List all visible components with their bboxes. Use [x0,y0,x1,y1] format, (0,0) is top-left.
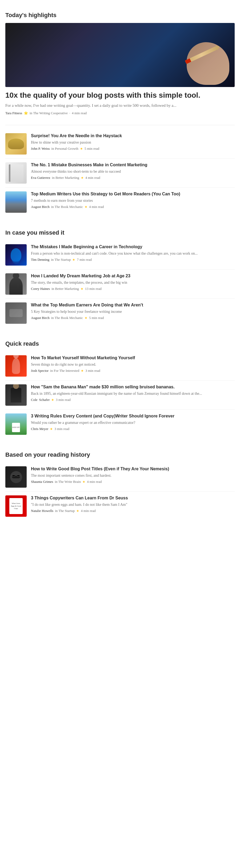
article-meta: Chris Meyer ★ 3 min read [31,427,235,431]
section-gap-3 [0,438,240,445]
list-item[interactable]: Top Medium Writers Use this Strategy to … [5,188,235,216]
article-subtitle: Back in 1895, an eighteen-year-old Russi… [31,391,235,396]
article-publication: in Better Marketing [52,287,79,291]
list-item[interactable]: What Grew Eggs & Good Copy 3 Things Copy… [5,492,235,521]
history-article-list: How to Write Good Blog Post Titles (Even… [0,463,240,521]
article-author: August Birch [31,205,49,209]
article-meta: Tim Denning in The Startup ★ 7 min read [31,257,235,262]
article-read-time: 13 min read [85,287,102,291]
section-header-missed: In case you missed it [0,223,240,241]
article-meta: Shaunta Grimes in The Write Brain ★ 4 mi… [31,479,235,484]
article-read-time: 7 min read [77,257,92,262]
article-star: ★ [72,258,75,262]
article-read-time: 4 min read [89,205,104,209]
article-meta: Natalie Howells in The Startup ★ 4 min r… [31,509,235,513]
article-read-time: 3 min read [55,427,69,431]
article-content: 3 Things Copywriters Can Learn From Dr S… [31,495,235,513]
list-item[interactable]: How I Landed My Dream Marketing Job at A… [5,270,235,299]
list-item[interactable]: The No. 1 Mistake Businesses Make in Con… [5,159,235,188]
article-subtitle: From a person who is non-technical and c… [31,251,235,256]
article-star: ★ [84,316,88,320]
list-item[interactable]: How To Market Yourself Without Marketing… [5,351,235,381]
article-content: Surprise! You Are the Needle in the Hays… [31,133,235,151]
article-star: ★ [76,509,79,513]
hero-image [5,23,235,87]
divider-1 [5,125,235,125]
page-wrapper: Today's highlights 10x the quality of yo… [0,0,240,532]
article-publication: in The Write Brain [55,479,81,484]
article-subtitle: How to shine with your creative passion [31,140,235,145]
article-star: ★ [81,369,84,373]
article-thumbnail [5,384,27,406]
article-content: What the Top Medium Earners Are Doing th… [31,302,235,320]
list-item[interactable]: How "Sam the Banana Man" made $30 millio… [5,381,235,410]
list-item[interactable]: KEEP OFF 3 Writing Rules Every Content (… [5,410,235,438]
article-subtitle: Almost everyone thinks too short-term to… [31,169,235,174]
article-title: The Mistakes I Made Beginning a Career i… [31,244,235,250]
article-subtitle: Seven things to do right now to get noti… [31,362,235,367]
suit-decoration [11,388,21,403]
article-title: How I Landed My Dream Marketing Job at A… [31,273,235,279]
article-subtitle: 5 Key Strategies to help boost your free… [31,309,235,314]
article-thumbnail [5,273,27,295]
hero-article[interactable]: 10x the quality of your blog posts with … [0,23,240,121]
missed-article-list: The Mistakes I Made Beginning a Career i… [0,241,240,328]
article-author: Tim Denning [31,257,49,262]
article-title: Top Medium Writers Use this Strategy to … [31,191,235,197]
article-author: Cole [31,398,38,402]
article-meta: Cole Schafer ★ 3 min read [31,398,235,402]
article-content: How to Write Good Blog Post Titles (Even… [31,466,235,484]
article-content: The No. 1 Mistake Businesses Make in Con… [31,162,235,180]
quick-article-list: How To Market Yourself Without Marketing… [0,351,240,438]
article-title: 3 Writing Rules Every Content (and Copy)… [31,413,235,419]
article-read-time: 4 min read [85,176,100,180]
article-publication: in Personal Growth [52,147,78,151]
article-meta: August Birch in The Book Mechanic ★ 4 mi… [31,205,235,209]
article-star: ★ [82,480,85,484]
article-content: How I Landed My Dream Marketing Job at A… [31,273,235,291]
article-publication: in For The Interested [50,369,79,373]
article-thumbnail: What Grew Eggs & Good Copy [5,495,27,517]
article-content: How "Sam the Banana Man" made $30 millio… [31,384,235,402]
article-thumbnail [5,162,27,184]
article-subtitle: The story, the emails, the templates, th… [31,280,235,285]
article-meta: August Birch in The Book Mechanic ★ 5 mi… [31,316,235,320]
article-thumbnail [5,466,27,488]
article-star: ★ [80,287,83,291]
article-read-time: 5 min read [89,316,104,320]
article-publication: in The Startup [51,257,71,262]
article-author: Natalie Howells [31,509,53,513]
notebook-decoration [9,164,24,182]
section-header-highlights: Today's highlights [0,5,240,23]
article-title: How "Sam the Banana Man" made $30 millio… [31,384,235,390]
article-publication: in Better Marketing [52,176,79,180]
article-star: ★ [50,427,53,431]
article-thumbnail [5,355,27,377]
hero-dot: · [69,111,70,115]
article-star: ★ [51,398,54,402]
article-read-time: 4 min read [81,509,96,513]
hero-meta: Tara Fitness ⭐ in The Writing Cooperativ… [5,111,235,115]
list-item[interactable]: The Mistakes I Made Beginning a Career i… [5,241,235,270]
article-star: ★ [84,205,88,209]
article-title: What the Top Medium Earners Are Doing th… [31,302,235,308]
grass-sign: KEEP OFF [12,423,20,432]
tech-decoration [11,248,21,261]
person-decoration [9,277,23,295]
article-author: Chris Meyer [31,427,48,431]
article-subtitle: 7 methods to earn more from your stories [31,198,235,204]
article-title: 3 Things Copywriters Can Learn From Dr S… [31,495,235,501]
article-meta: Eva Gutierrez in Better Marketing ★ 4 mi… [31,176,235,180]
hero-title: 10x the quality of your blog posts with … [5,91,235,100]
list-item[interactable]: What the Top Medium Earners Are Doing th… [5,299,235,328]
article-content: How To Market Yourself Without Marketing… [31,355,235,373]
article-star: ★ [80,147,83,151]
article-star: ★ [81,176,84,180]
hero-author: Tara Fitness [5,111,22,115]
article-publication: in The Book Mechanic [51,316,83,320]
article-thumbnail: KEEP OFF [5,413,27,435]
article-author: August Birch [31,316,49,320]
list-item[interactable]: Surprise! You Are the Needle in the Hays… [5,129,235,159]
hay-decoration [8,138,24,149]
list-item[interactable]: How to Write Good Blog Post Titles (Even… [5,463,235,492]
